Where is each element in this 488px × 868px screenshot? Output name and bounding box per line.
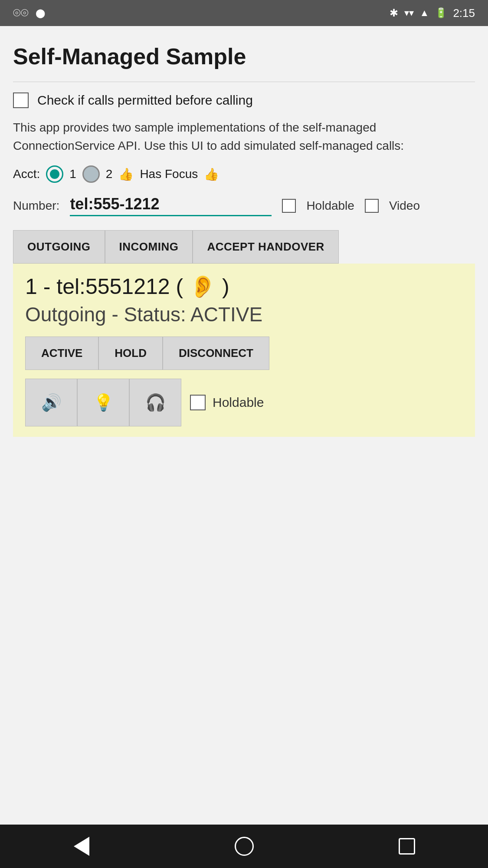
holdable-label: Holdable bbox=[306, 199, 354, 213]
voicemail-icon: ⦾⦾ bbox=[13, 7, 29, 19]
nav-bar bbox=[0, 825, 488, 868]
has-focus-label: Has Focus bbox=[140, 167, 198, 181]
number-input[interactable] bbox=[70, 195, 272, 216]
bulb-icon: 💡 bbox=[93, 393, 114, 412]
has-focus-thumbs-icon: 👍 bbox=[204, 167, 219, 182]
recent-square-icon bbox=[399, 838, 415, 855]
incoming-button[interactable]: INCOMING bbox=[105, 230, 193, 264]
calls-permitted-label: Check if calls permitted before calling bbox=[37, 93, 253, 108]
acct1-radio-inner bbox=[50, 169, 59, 179]
holdable-row: Holdable bbox=[190, 395, 264, 410]
speaker-button[interactable]: 🔊 bbox=[25, 379, 77, 426]
hold-button[interactable]: HOLD bbox=[98, 337, 163, 370]
action-buttons: OUTGOING INCOMING ACCEPT HANDOVER bbox=[13, 230, 475, 264]
video-label: Video bbox=[389, 199, 420, 213]
back-button[interactable] bbox=[64, 833, 99, 859]
number-label: Number: bbox=[13, 199, 59, 213]
active-button[interactable]: ACTIVE bbox=[25, 337, 98, 370]
description-text: This app provides two sample implementat… bbox=[13, 119, 475, 155]
content-bottom bbox=[13, 437, 475, 825]
number-row: Number: Holdable Video bbox=[13, 195, 475, 216]
speaker-icon: 🔊 bbox=[41, 393, 62, 412]
acct2-radio[interactable] bbox=[82, 165, 100, 183]
checkbox-row: Check if calls permitted before calling bbox=[13, 92, 475, 108]
call-holdable-label: Holdable bbox=[213, 395, 264, 410]
disconnect-button[interactable]: DISCONNECT bbox=[163, 337, 269, 370]
call-action-buttons: ACTIVE HOLD DISCONNECT bbox=[25, 337, 463, 370]
call-number: 1 - tel:5551212 ( 👂 ) bbox=[25, 274, 463, 299]
acct2-number: 2 bbox=[106, 167, 113, 181]
call-card: 1 - tel:5551212 ( 👂 ) Outgoing - Status:… bbox=[13, 264, 475, 437]
sync-icon: ⬤ bbox=[36, 8, 45, 18]
app-title: Self-Managed Sample bbox=[13, 43, 475, 69]
headphones-button[interactable]: 🎧 bbox=[129, 379, 181, 426]
home-button[interactable] bbox=[227, 833, 262, 859]
call-status: Outgoing - Status: ACTIVE bbox=[25, 303, 463, 326]
status-bar-right: ✱ ▾▾ ▲ 🔋 2:15 bbox=[390, 7, 475, 20]
acct1-radio[interactable] bbox=[46, 165, 63, 183]
thumbs-up-icon: 👍 bbox=[118, 167, 134, 182]
status-bar: ⦾⦾ ⬤ ✱ ▾▾ ▲ 🔋 2:15 bbox=[0, 0, 488, 26]
battery-icon: 🔋 bbox=[435, 7, 447, 19]
status-bar-left: ⦾⦾ ⬤ bbox=[13, 7, 45, 19]
call-holdable-checkbox[interactable] bbox=[190, 395, 206, 410]
wifi-icon: ▾▾ bbox=[404, 7, 414, 19]
title-divider bbox=[13, 82, 475, 82]
acct-label: Acct: bbox=[13, 167, 40, 181]
status-time: 2:15 bbox=[453, 7, 475, 20]
home-circle-icon bbox=[235, 837, 254, 856]
video-checkbox[interactable] bbox=[365, 199, 379, 213]
call-icon-row: 🔊 💡 🎧 Holdable bbox=[25, 379, 463, 426]
back-triangle-icon bbox=[74, 837, 89, 856]
headphones-icon: 🎧 bbox=[145, 393, 166, 412]
holdable-checkbox[interactable] bbox=[282, 199, 296, 213]
main-content: Self-Managed Sample Check if calls permi… bbox=[0, 26, 488, 825]
acct1-number: 1 bbox=[69, 167, 76, 181]
outgoing-button[interactable]: OUTGOING bbox=[13, 230, 105, 264]
signal-icon: ▲ bbox=[420, 7, 429, 19]
calls-permitted-checkbox[interactable] bbox=[13, 92, 29, 108]
recent-button[interactable] bbox=[390, 833, 424, 859]
acct-row: Acct: 1 2 👍 Has Focus 👍 bbox=[13, 165, 475, 183]
bulb-button[interactable]: 💡 bbox=[77, 379, 129, 426]
accept-handover-button[interactable]: ACCEPT HANDOVER bbox=[193, 230, 338, 264]
bluetooth-icon: ✱ bbox=[390, 7, 398, 19]
